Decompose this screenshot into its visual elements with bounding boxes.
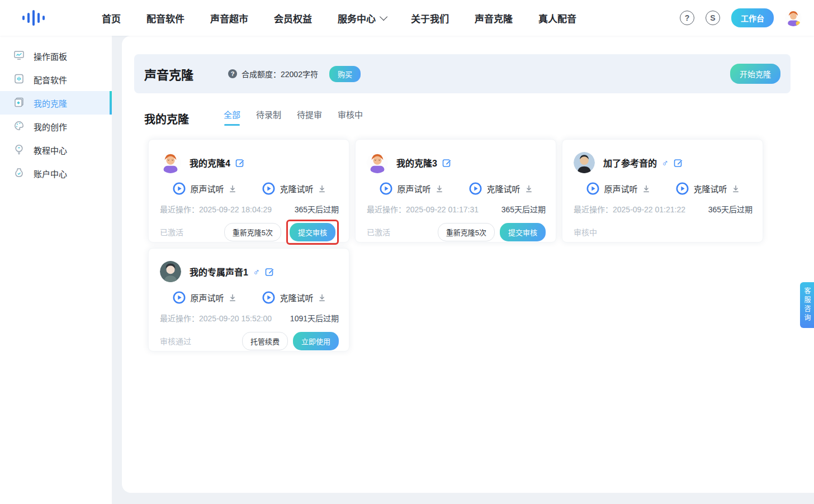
edit-icon[interactable] — [265, 267, 275, 277]
voice-clone-card: 我的克隆3 原声试听 — [355, 139, 556, 243]
expire-text: 365天后过期 — [295, 203, 339, 215]
clone-listen-label: 克隆试听 — [693, 183, 727, 194]
last-operation: 最近操作：2025-09-22 01:21:22 — [574, 203, 685, 215]
sidebar-item-palette[interactable]: 我的创作 — [0, 115, 112, 138]
tutorial-icon — [13, 144, 25, 156]
sidebar-item-tutorial[interactable]: 教程中心 — [0, 138, 112, 161]
voice-clone-card: 加了参考音的 ♂ 原声试听 — [562, 139, 763, 243]
page-title: 声音克隆 — [144, 65, 193, 83]
quota-help-icon[interactable]: ? — [228, 69, 237, 78]
original-listen-label: 原声试听 — [190, 183, 224, 194]
workbench-button[interactable]: 工作台 — [731, 8, 774, 27]
secondary-button[interactable]: 重新克隆5次 — [438, 223, 495, 241]
sidebar-item-mic[interactable]: 配音软件 — [0, 68, 112, 91]
download-icon[interactable] — [525, 185, 533, 193]
nav-item[interactable]: 真人配音 — [538, 11, 576, 25]
main-nav: 首页 配音软件 声音超市 会员权益 服务中心 关于我们 声音克隆 真人配音 — [102, 11, 576, 25]
sidebar-item-dashboard[interactable]: 操作面板 — [0, 44, 112, 68]
original-listen-label: 原声试听 — [190, 292, 224, 303]
download-icon[interactable] — [318, 185, 326, 193]
clone-icon — [13, 97, 25, 110]
clone-audio-play[interactable]: 克隆试听 — [456, 182, 546, 195]
edit-icon[interactable] — [442, 158, 452, 168]
points-icon[interactable]: S — [706, 11, 720, 25]
last-operation-date: 2025-09-22 01:21:22 — [613, 205, 685, 214]
clone-audio-play[interactable]: 克隆试听 — [249, 291, 339, 304]
sidebar: 操作面板 配音软件 我的克隆 我的创作 教程中心 账户中心 — [0, 36, 112, 504]
clone-listen-label: 克隆试听 — [486, 183, 520, 194]
original-audio-play[interactable]: 原声试听 — [367, 182, 456, 195]
primary-button[interactable]: 提交审核 — [500, 223, 546, 241]
download-icon[interactable] — [229, 294, 236, 302]
play-icon — [262, 291, 275, 304]
nav-item[interactable]: 会员权益 — [274, 11, 312, 25]
last-operation: 最近操作：2025-09-22 01:17:31 — [367, 203, 479, 215]
quota-text: 合成额度：22002字符 — [242, 68, 318, 79]
nav-item[interactable]: 声音超市 — [210, 11, 248, 25]
highlight-box: 提交审核 — [286, 220, 339, 245]
voice-clone-card: 我的克隆4 原声试听 — [148, 139, 349, 243]
tab-审核中[interactable]: 审核中 — [338, 108, 363, 126]
download-icon[interactable] — [229, 185, 236, 193]
male-icon: ♂ — [253, 267, 260, 277]
play-icon — [173, 291, 186, 304]
voice-name: 我的克隆3 — [396, 156, 437, 169]
download-icon[interactable] — [436, 185, 443, 193]
tab-全部[interactable]: 全部 — [224, 108, 240, 126]
voice-clone-banner: 声音克隆 ? 合成额度：22002字符 购买 开始克隆 — [134, 54, 791, 93]
help-icon[interactable]: ? — [680, 11, 694, 25]
download-icon[interactable] — [318, 294, 326, 302]
nav-item[interactable]: 声音克隆 — [475, 11, 513, 25]
app-logo-icon — [20, 9, 46, 27]
customer-service-tab[interactable]: 客服咨询 — [800, 282, 814, 328]
palette-icon — [13, 120, 25, 133]
sidebar-item-clone[interactable]: 我的克隆 — [0, 91, 112, 115]
sidebar-item-account[interactable]: 账户中心 — [0, 161, 112, 185]
start-clone-button[interactable]: 开始克隆 — [730, 64, 780, 84]
original-listen-label: 原声试听 — [397, 183, 430, 194]
edit-icon[interactable] — [674, 158, 683, 168]
original-audio-play[interactable]: 原声试听 — [574, 182, 663, 195]
tab-待提审[interactable]: 待提审 — [297, 108, 322, 126]
edit-icon[interactable] — [235, 158, 245, 168]
nav-item[interactable]: 服务中心 — [338, 11, 385, 25]
clone-listen-label: 克隆试听 — [280, 292, 313, 303]
primary-button[interactable]: 立即使用 — [293, 332, 339, 350]
last-operation-date: 2025-09-22 01:17:31 — [406, 205, 479, 214]
last-operation-date: 2025-09-22 18:04:29 — [199, 205, 272, 214]
main-panel: 声音克隆 ? 合成额度：22002字符 购买 开始克隆 我的克隆 全部待录制待提… — [122, 36, 814, 493]
download-icon[interactable] — [642, 185, 650, 193]
mic-icon — [13, 73, 25, 86]
expire-text: 365天后过期 — [708, 203, 753, 215]
nav-item[interactable]: 关于我们 — [411, 11, 449, 25]
male-icon: ♂ — [661, 158, 669, 168]
clone-card-grid: 我的克隆4 原声试听 — [148, 139, 765, 351]
status-text: 已激活 — [160, 226, 183, 237]
expire-text: 1091天后过期 — [290, 312, 339, 324]
topbar-right-group: ? S 工作台 — [680, 8, 814, 27]
highlight-box: 提交审核 — [500, 223, 546, 241]
voice-avatar — [160, 261, 181, 282]
clone-audio-play[interactable]: 克隆试听 — [663, 182, 753, 195]
last-operation: 最近操作：2025-09-22 18:04:29 — [160, 203, 272, 215]
user-avatar[interactable] — [785, 9, 802, 26]
dashboard-icon — [13, 50, 25, 63]
play-icon — [676, 182, 689, 195]
nav-item[interactable]: 首页 — [102, 11, 121, 25]
top-navigation-bar: 首页 配音软件 声音超市 会员权益 服务中心 关于我们 声音克隆 真人配音 ? … — [0, 0, 814, 36]
tab-待录制[interactable]: 待录制 — [256, 108, 281, 126]
download-icon[interactable] — [732, 185, 740, 193]
play-icon — [262, 182, 275, 195]
primary-button[interactable]: 提交审核 — [290, 223, 335, 241]
nav-item[interactable]: 配音软件 — [146, 11, 184, 25]
clone-audio-play[interactable]: 克隆试听 — [249, 182, 339, 195]
secondary-button[interactable]: 托管续费 — [242, 332, 288, 350]
original-audio-play[interactable]: 原声试听 — [160, 291, 249, 304]
status-text: 审核通过 — [160, 335, 191, 346]
secondary-button[interactable]: 重新克隆5次 — [224, 223, 281, 241]
status-text: 已激活 — [367, 226, 390, 237]
original-audio-play[interactable]: 原声试听 — [160, 182, 249, 195]
my-clones-section-header: 我的克隆 全部待录制待提审审核中 — [144, 108, 363, 127]
quota-group: ? 合成额度：22002字符 购买 — [228, 66, 361, 82]
buy-button[interactable]: 购买 — [329, 66, 361, 82]
